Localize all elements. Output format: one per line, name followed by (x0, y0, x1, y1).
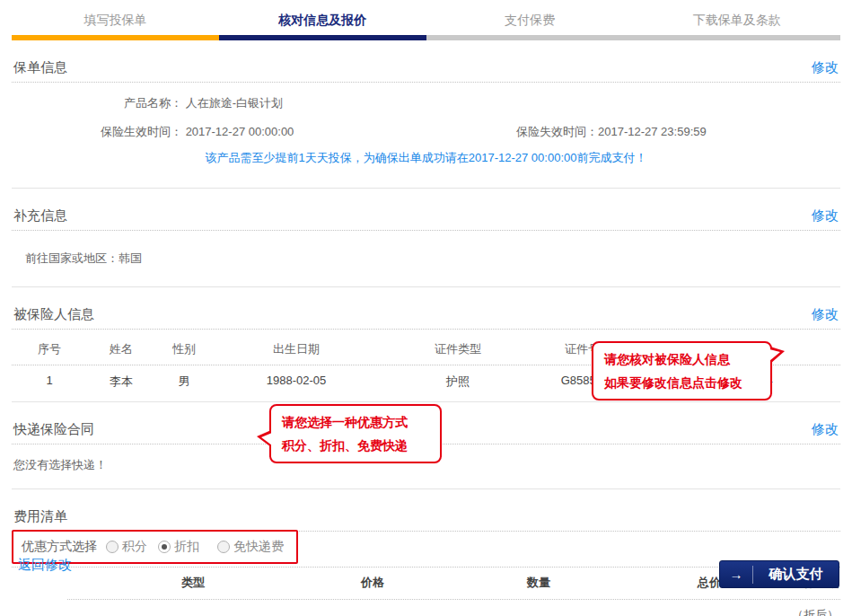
back-modify-link[interactable]: 返回修改 (18, 557, 72, 574)
policy-info-modify-link[interactable]: 修改 (812, 59, 839, 76)
payment-deadline-notice: 该产品需至少提前1天天投保，为确保出单成功请在2017-12-27 00:00:… (12, 140, 840, 177)
step-pay-premium[interactable]: 支付保费 (426, 13, 634, 40)
callout-line: 请您选择一种优惠方式 (282, 410, 429, 434)
step-label: 下载保单及条款 (633, 13, 840, 35)
end-time-label: 保险失效时间： (516, 125, 598, 138)
col-header: 证件类型 (380, 341, 536, 357)
cell-name: 李本 (87, 374, 155, 390)
callout-line: 请您核对被保险人信息 (604, 348, 760, 371)
destination-row: 前往国家或地区：韩国 (12, 231, 840, 286)
order-confirm-page: 填写投保单 核对信息及报价 支付保费 下载保单及条款 保单信息 修改 产品名称：… (0, 0, 852, 616)
confirm-pay-label: 确认支付 (753, 566, 839, 583)
callout-pointer-icon (261, 433, 272, 445)
supplement-title: 补充信息 (13, 207, 67, 224)
insured-title: 被保险人信息 (13, 306, 94, 323)
product-name-row: 产品名称： 人在旅途-白银计划 (12, 83, 840, 111)
cell-pay-amount: （折后）68.80 (768, 607, 840, 616)
end-time-value: 2017-12-27 23:59:59 (598, 125, 707, 138)
arrow-right-icon: → (720, 567, 752, 582)
col-header: 出生日期 (213, 341, 380, 357)
confirm-pay-button[interactable]: → 确认支付 (719, 560, 839, 588)
footer: 返回修改 → 确认支付 (12, 550, 840, 594)
supplement-body: 前往国家或地区：韩国 (12, 231, 840, 287)
step-progress-bar (633, 35, 840, 40)
step-nav: 填写投保单 核对信息及报价 支付保费 下载保单及条款 (12, 0, 840, 40)
step-download-policy[interactable]: 下载保单及条款 (633, 13, 840, 40)
step-fill-form[interactable]: 填写投保单 (12, 13, 219, 40)
step-progress-bar (426, 35, 634, 40)
policy-info-body: 产品名称： 人在旅途-白银计划 保险生效时间： 2017-12-27 00:00… (12, 83, 840, 189)
cell-id-type: 护照 (380, 374, 536, 390)
express-modify-link[interactable]: 修改 (812, 421, 839, 438)
step-label: 核对信息及报价 (219, 13, 426, 35)
step-progress-bar (219, 35, 426, 40)
callout-line: 如果要修改信息点击修改 (604, 371, 760, 394)
start-time-label: 保险生效时间： (12, 124, 182, 140)
col-header: 性别 (155, 341, 213, 357)
policy-info-title: 保单信息 (13, 59, 67, 76)
supplement-header: 补充信息 修改 (12, 201, 840, 231)
cell-gender: 男 (155, 374, 213, 390)
verify-insured-callout: 请您核对被保险人信息 如果要修改信息点击修改 (592, 341, 772, 400)
cell-seq: 1 (12, 374, 87, 390)
step-label: 填写投保单 (12, 13, 219, 35)
step-label: 支付保费 (426, 13, 634, 35)
cost-header: 费用清单 (12, 502, 840, 532)
callout-line: 积分、折扣、免费快递 (282, 434, 429, 457)
col-header: 序号 (12, 341, 87, 357)
step-verify-quote[interactable]: 核对信息及报价 (219, 13, 426, 40)
destination-label: 前往国家或地区： (25, 251, 119, 265)
cost-title: 费用清单 (13, 508, 67, 525)
end-time-group: 保险失效时间：2017-12-27 23:59:59 (516, 124, 707, 140)
col-header: 姓名 (87, 341, 155, 357)
product-name-value: 人在旅途-白银计划 (186, 96, 283, 110)
cell-birthdate: 1988-02-05 (213, 374, 380, 390)
insured-modify-link[interactable]: 修改 (812, 306, 839, 323)
start-time-value: 2017-12-27 00:00:00 (186, 125, 294, 138)
policy-times-row: 保险生效时间： 2017-12-27 00:00:00 保险失效时间：2017-… (12, 111, 840, 140)
step-progress-bar (12, 35, 219, 40)
express-title: 快递保险合同 (13, 421, 94, 438)
insured-header: 被保险人信息 修改 (12, 300, 840, 330)
policy-info-header: 保单信息 修改 (12, 53, 840, 83)
supplement-modify-link[interactable]: 修改 (812, 207, 839, 224)
callout-pointer-icon (769, 349, 780, 361)
cost-table-row: （18岁~80岁）保费 80.00 × 1 = 80.00 （折后）68.80 (67, 600, 840, 616)
choose-discount-callout: 请您选择一种优惠方式 积分、折扣、免费快递 (269, 404, 442, 463)
product-name-label: 产品名称： (12, 95, 182, 111)
destination-value: 韩国 (119, 251, 142, 265)
